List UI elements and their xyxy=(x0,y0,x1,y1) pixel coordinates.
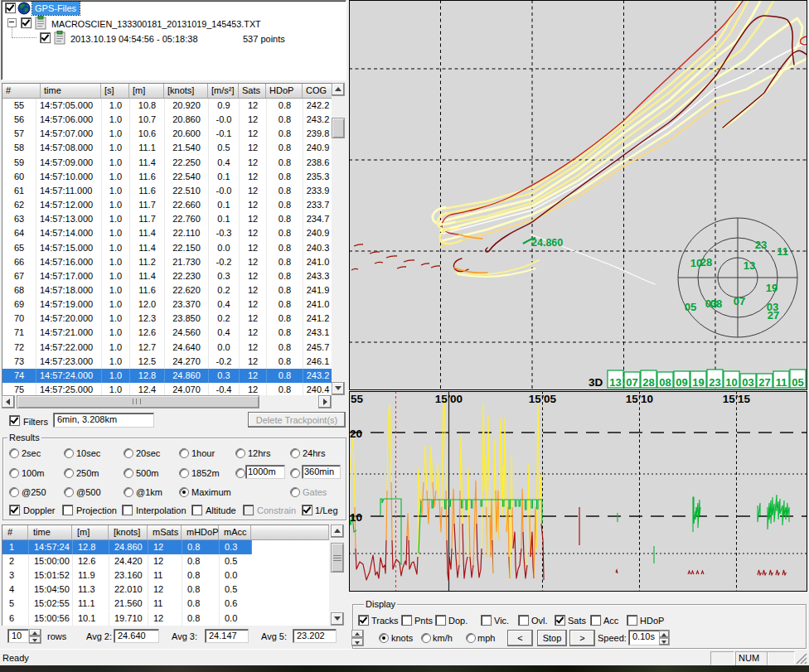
svg-text:11: 11 xyxy=(776,376,787,389)
svg-text:28: 28 xyxy=(642,376,654,389)
svg-text:3D: 3D xyxy=(589,376,603,389)
svg-text:24.860: 24.860 xyxy=(531,237,563,249)
svg-text:05: 05 xyxy=(685,301,696,313)
svg-text:27: 27 xyxy=(758,376,770,389)
svg-text:19: 19 xyxy=(692,376,704,389)
svg-text:07: 07 xyxy=(734,295,745,307)
svg-text:13: 13 xyxy=(609,376,621,389)
svg-text:10: 10 xyxy=(350,511,362,524)
svg-text:28: 28 xyxy=(700,256,712,268)
svg-text:23: 23 xyxy=(709,376,720,389)
svg-text:27: 27 xyxy=(768,309,779,321)
svg-text:05: 05 xyxy=(792,376,803,389)
svg-text:13: 13 xyxy=(744,259,755,272)
svg-text:15′05: 15′05 xyxy=(529,393,557,405)
svg-text:19: 19 xyxy=(766,282,778,294)
svg-text:10: 10 xyxy=(725,376,737,389)
svg-text:23: 23 xyxy=(755,239,767,251)
svg-text:09: 09 xyxy=(676,376,687,389)
svg-text:07: 07 xyxy=(626,376,637,389)
svg-text:15′10: 15′10 xyxy=(626,393,653,405)
svg-text:15′15: 15′15 xyxy=(723,393,751,405)
svg-text:55: 55 xyxy=(351,393,364,405)
svg-text:08: 08 xyxy=(659,376,671,389)
svg-text:08: 08 xyxy=(710,297,722,310)
svg-text:20: 20 xyxy=(350,428,362,440)
svg-text:11: 11 xyxy=(777,245,788,258)
svg-text:15′00: 15′00 xyxy=(435,393,463,405)
svg-text:03: 03 xyxy=(742,376,753,389)
